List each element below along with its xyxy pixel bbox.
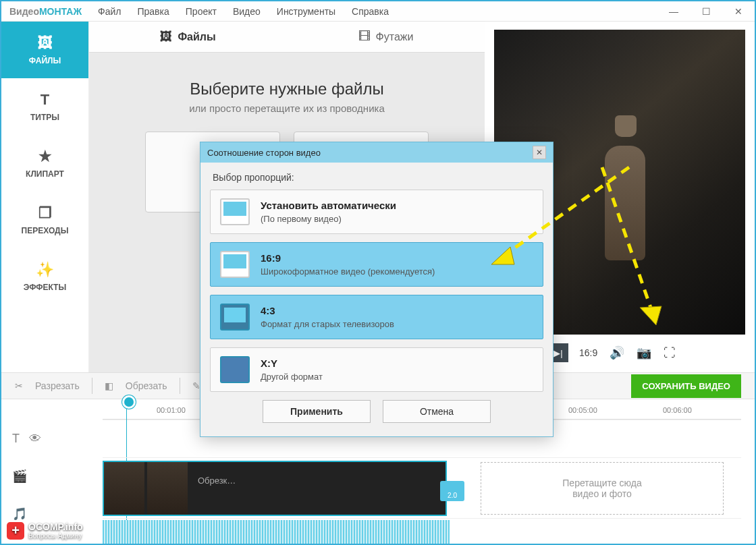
menu-tools[interactable]: Инструменты	[277, 6, 335, 17]
sidebar-item-files[interactable]: 🖼 ФАЙЛЫ	[1, 22, 88, 78]
watermark: + OCOMP.info Вопросы Админу	[7, 521, 83, 540]
crop-button[interactable]: Обрезать	[126, 380, 167, 391]
sidebar-item-label: ТИТРЫ	[30, 113, 59, 122]
menu-video[interactable]: Видео	[233, 6, 261, 17]
dialog-title: Соотношение сторон видео	[207, 148, 321, 158]
track-label-text[interactable]: T👁	[12, 420, 93, 457]
dialog-group-label: Выбор пропорций:	[213, 172, 543, 183]
sidebar-item-clipart[interactable]: ★ КЛИПАРТ	[1, 135, 88, 192]
window-maximize-icon[interactable]: ☐	[698, 6, 714, 17]
scissors-icon: ✂	[15, 380, 23, 391]
dialog-close-icon[interactable]: ✕	[533, 146, 546, 159]
file-hero-title: Выберите нужные файлы	[109, 80, 464, 98]
eye-icon[interactable]: 👁	[29, 432, 41, 446]
watermark-plus-icon: +	[7, 522, 24, 540]
tab-footage[interactable]: 🎞 Футажи	[287, 22, 485, 52]
audio-track-icon: 🎵	[12, 507, 27, 521]
menu-project[interactable]: Проект	[186, 6, 217, 17]
dialog-titlebar[interactable]: Соотношение сторон видео ✕	[200, 142, 553, 163]
dialog-cancel-button[interactable]: Отмена	[383, 400, 491, 423]
save-video-button[interactable]: СОХРАНИТЬ ВИДЕО	[631, 374, 741, 398]
wand-icon: ✨	[36, 261, 54, 279]
app-logo: ВидеоМОНТАЖ	[9, 6, 82, 17]
audio-waveform[interactable]	[103, 520, 450, 545]
ratio-option-auto[interactable]: Установить автоматически (По первому вид…	[210, 190, 543, 234]
ratio-option-4-3[interactable]: 4:3 Формат для старых телевизоров	[210, 295, 543, 339]
video-track[interactable]: Обрезк… 2.0 Перетащите сюда видео и фото	[103, 458, 741, 519]
menu-help[interactable]: Справка	[352, 6, 389, 17]
track-label-video[interactable]: 🎬	[12, 457, 93, 495]
widescreen-monitor-icon	[220, 251, 250, 278]
star-icon: ★	[38, 148, 52, 165]
sidebar-item-label: КЛИПАРТ	[26, 169, 64, 179]
crop-icon: ◧	[105, 380, 113, 391]
transition-chip[interactable]: 2.0	[440, 481, 464, 501]
file-hero-subtitle: или просто перетащите их из проводника	[109, 103, 464, 114]
timeline-drop-zone[interactable]: Перетащите сюда видео и фото	[481, 462, 724, 515]
clip-label: Обрезк…	[191, 462, 242, 499]
sidebar-item-titles[interactable]: T ТИТРЫ	[1, 78, 88, 135]
menu-file[interactable]: Файл	[98, 6, 121, 17]
audio-track[interactable]	[103, 520, 741, 545]
clip-thumbnail	[147, 462, 188, 515]
ratio-option-16-9[interactable]: 16:9 Широкоформатное видео (рекомендуетс…	[210, 242, 543, 287]
volume-icon[interactable]: 🔊	[610, 345, 624, 360]
window-minimize-icon[interactable]: —	[666, 6, 682, 17]
video-track-icon: 🎬	[12, 469, 27, 484]
aspect-ratio-dialog: Соотношение сторон видео ✕ Выбор пропорц…	[200, 142, 554, 437]
dialog-apply-button[interactable]: Применить	[263, 400, 371, 423]
sidebar-item-label: ПЕРЕХОДЫ	[22, 226, 69, 235]
menu-bar: ВидеоМОНТАЖ Файл Правка Проект Видео Инс…	[1, 1, 755, 22]
text-track-icon: T	[12, 432, 20, 446]
fullscreen-icon[interactable]: ⛶	[664, 346, 676, 360]
tv-icon	[220, 304, 250, 331]
menu-edit[interactable]: Правка	[137, 6, 169, 17]
snapshot-icon[interactable]: 📷	[637, 345, 651, 360]
layers-icon: ❐	[38, 204, 52, 222]
sidebar-item-label: ЭФФЕКТЫ	[24, 283, 66, 292]
ratio-option-custom[interactable]: X:Y Другой формат	[210, 347, 543, 392]
window-close-icon[interactable]: ✕	[730, 6, 747, 17]
sidebar-item-effects[interactable]: ✨ ЭФФЕКТЫ	[1, 248, 88, 305]
monitor-icon	[220, 198, 250, 225]
video-clip[interactable]: Обрезк… 2.0	[103, 461, 447, 516]
image-icon: 🖼	[38, 34, 53, 52]
filmreel-icon: 🎞	[358, 30, 371, 44]
aspect-ratio-label[interactable]: 16:9	[579, 347, 597, 358]
pencil-icon: ✎	[192, 380, 200, 391]
image-placeholder-icon: 🖼	[160, 30, 172, 44]
text-icon: T	[40, 91, 49, 109]
sidebar-item-label: ФАЙЛЫ	[29, 56, 61, 65]
clip-thumbnail	[104, 462, 144, 515]
tab-files[interactable]: 🖼 Файлы	[89, 22, 287, 52]
sidebar: 🖼 ФАЙЛЫ T ТИТРЫ ★ КЛИПАРТ ❐ ПЕРЕХОДЫ ✨ Э…	[1, 22, 89, 372]
sidebar-item-transitions[interactable]: ❐ ПЕРЕХОДЫ	[1, 192, 88, 248]
settings-monitor-icon	[220, 356, 250, 383]
cut-button[interactable]: Разрезать	[35, 380, 80, 391]
